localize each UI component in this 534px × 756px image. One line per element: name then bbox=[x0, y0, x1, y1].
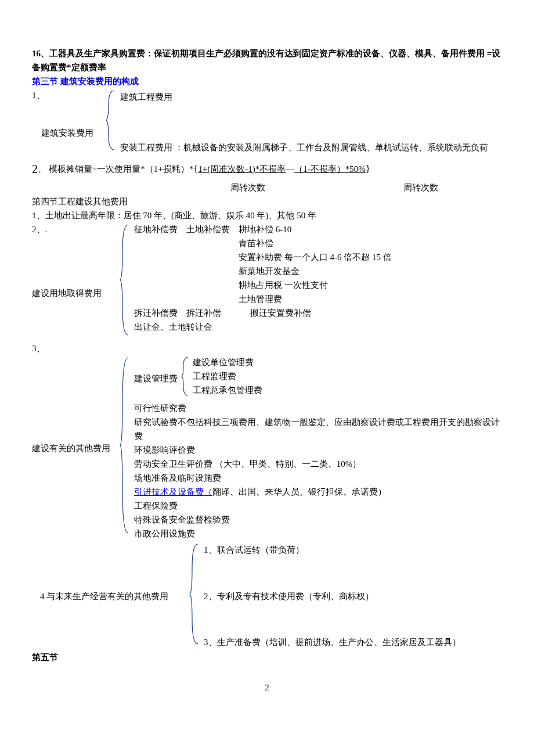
g2-a3: 安置补助费 每一个人口 4-6 倍不超 15 倍 bbox=[239, 250, 392, 264]
g3-i: 特殊设备安全监督检验费 bbox=[134, 513, 502, 527]
sec3-branch-b: 安装工程费用 ：机械设备的安装及附属梯子、工作台及附属管线、单机试运转、系统联动… bbox=[120, 141, 502, 154]
g2-b1: 拆迁补偿 bbox=[186, 306, 250, 320]
sec4-item2: 2、. 建设用地取得费用 征地补偿费 土地补偿费 耕地补偿 6-10 青苗补偿 … bbox=[32, 222, 502, 341]
g3-g-link[interactable]: 引进技术及设备费（ bbox=[134, 487, 212, 496]
sec3-branch-a: 建筑工程费用 bbox=[120, 90, 502, 104]
g2-a1b: 耕地补偿 6-10 bbox=[239, 222, 291, 236]
g2-a2: 青苗补偿 bbox=[239, 236, 273, 250]
g4-b: 2、专利及专有技术使用费（专利、商标权） bbox=[204, 589, 502, 603]
sec3-left-label: 建筑安装费用 bbox=[41, 126, 93, 140]
g2-a6: 土地管理费 bbox=[239, 292, 282, 306]
g4-a: 1、联合试运转（带负荷） bbox=[204, 543, 502, 557]
sec3-item2: 2、 模板摊销量=一次使用量*（1+损耗）*{1+(周准次数-1)*不损率—（1… bbox=[32, 160, 502, 178]
g3-g-rest: 翻译、出国、来华人员、银行担保、承诺费） bbox=[212, 487, 387, 496]
sec3-num-1: 1、 bbox=[32, 88, 41, 156]
sec3-item1: 1、 建筑安装费用 建筑工程费用 安装工程费用 ：机械设备的安装及附属梯子、工作… bbox=[32, 88, 502, 156]
sec4-g4-label: 4 与未来生产经营有关的其他费用 bbox=[40, 589, 168, 603]
g4-c: 3、生产准备费（培训、提前进场、生产办公、生活家居及工器具） bbox=[204, 635, 502, 649]
section-5-title: 第五节 bbox=[32, 650, 502, 664]
sec4-num-2: 2、. bbox=[32, 222, 119, 236]
item-16: 16、工器具及生产家具购置费：保证初期项目生产必须购置的没有达到固定资产标准的设… bbox=[32, 46, 502, 74]
fraction-2-den: 周转次数 bbox=[403, 181, 438, 195]
sec4-g2-label: 建设用地取得费用 bbox=[32, 286, 119, 300]
g3-j: 市政公用设施费 bbox=[134, 527, 502, 541]
g3-f: 场地准备及临时设施费 bbox=[134, 471, 502, 485]
sec3-formula-text: 、 模板摊销量=一次使用量*（1+损耗）* bbox=[38, 164, 193, 174]
g3-a1: 建设单位管理费 bbox=[193, 355, 262, 369]
brace-icon bbox=[189, 542, 201, 650]
g2-a1: 土地补偿费 bbox=[186, 222, 239, 236]
g3-a2: 工程监理费 bbox=[193, 369, 262, 383]
g3-g: 引进技术及设备费（翻译、出国、来华人员、银行担保、承诺费） bbox=[134, 485, 502, 499]
g3-e: 劳动安全卫生评价费 （大中、甲类、特别、一二类、10%） bbox=[134, 457, 502, 471]
minus-sep: — bbox=[286, 164, 294, 174]
g2-b2: 搬迁安置费补偿 bbox=[250, 306, 311, 320]
sec4-item4: 4 与未来生产经营有关的其他费用 1、联合试运转（带负荷） 2、专利及专有技术使… bbox=[32, 542, 502, 650]
fraction-2-num: （1-不损率）*50% bbox=[294, 164, 366, 174]
g2-c: 出让金、土地转让金 bbox=[134, 320, 502, 334]
g3-b: 可行性研究费 bbox=[134, 401, 502, 415]
brace-icon bbox=[119, 222, 132, 341]
sec4-item1: 1、土地出让最高年限：居住 70 年、(商业、旅游、娱乐 40 年)、其他 50… bbox=[32, 208, 502, 222]
g3-a: 建设管理费 bbox=[134, 372, 178, 386]
brace-icon bbox=[119, 355, 132, 541]
g3-a3: 工程总承包管理费 bbox=[193, 383, 262, 397]
section-3-title: 第三节 建筑安装费用的构成 bbox=[32, 74, 502, 88]
g2-a: 征地补偿费 bbox=[134, 222, 186, 236]
brace-icon bbox=[181, 355, 191, 401]
sec3-denominators: 周转次数 周转次数 bbox=[32, 181, 502, 195]
sec4-num-3: 3、 bbox=[32, 341, 502, 355]
g3-d: 环境影响评价费 bbox=[134, 443, 502, 457]
g3-c: 研究试验费不包括科技三项费用、建筑物一般鉴定、应由勘察设计费或工程费用开支的勘察… bbox=[134, 415, 502, 443]
brace-icon bbox=[105, 88, 118, 156]
sec4-g3-label: 建设有关的其他费用 bbox=[32, 441, 110, 455]
item-16-line1: 16、工器具及生产家具购置费：保证初期项目生产必须购置的没有达到固定资产标准的设… bbox=[32, 49, 485, 58]
section-4-title: 第四节工程建设其他费用 bbox=[32, 195, 502, 208]
g3-h: 工程保险费 bbox=[134, 499, 502, 513]
sec4-item3: 建设有关的其他费用 建设管理费 建设单位管理费 工程监理费 工程总承包管理费 可… bbox=[32, 355, 502, 541]
page-number: 2 bbox=[32, 681, 502, 694]
g2-a4: 新菜地开发基金 bbox=[239, 264, 300, 278]
fraction-1-num: 1+(周准次数-1)*不损率 bbox=[198, 164, 286, 174]
rbrace-icon: } bbox=[366, 163, 370, 174]
fraction-1-den: 周转次数 bbox=[230, 181, 329, 195]
g2-a5: 耕地占用税 一次性支付 bbox=[239, 278, 328, 292]
g2-b: 拆迁补偿费 bbox=[134, 306, 186, 320]
sec3-num-2: 2 bbox=[32, 163, 38, 175]
